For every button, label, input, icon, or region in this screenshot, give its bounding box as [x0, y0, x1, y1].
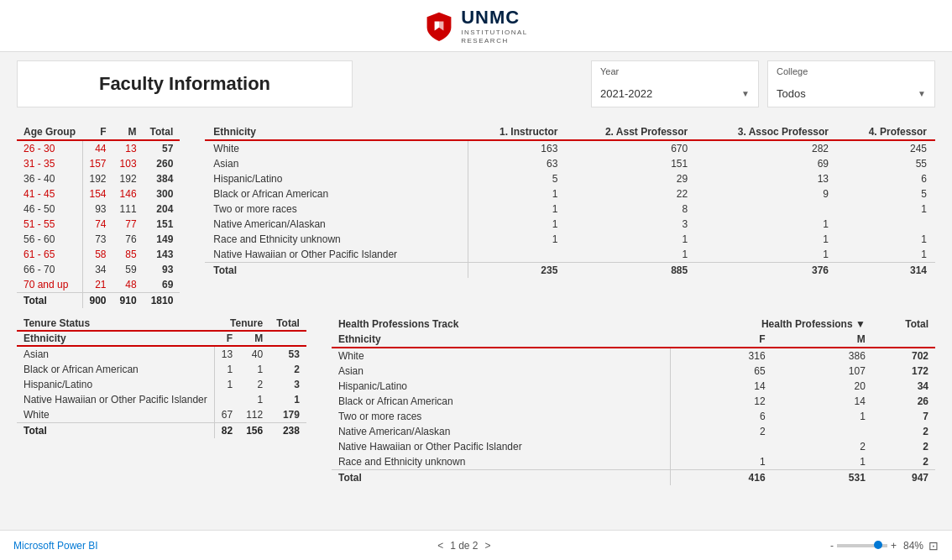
- eth-c2: 3: [566, 217, 696, 232]
- health-name: Race and Ethnicity unknown: [332, 454, 671, 470]
- tenure-total: 53: [269, 346, 306, 362]
- eth-c1: 63: [468, 156, 566, 171]
- health-m: 1: [772, 409, 872, 424]
- tenure-name: Hispanic/Latino: [17, 377, 214, 392]
- eth-total-c3: 376: [696, 263, 837, 279]
- eth-c1: [468, 247, 566, 263]
- table-row: Native American/Alaskan 1 3 1: [205, 217, 935, 232]
- health-m: 1: [772, 454, 872, 470]
- table-row: Race and Ethnicity unknown 1 1 2: [332, 454, 935, 470]
- unmc-shield-icon: [424, 11, 454, 41]
- tenure-status-header: Tenure Status: [17, 317, 214, 331]
- tenure-total: 2: [269, 362, 306, 377]
- age-f-header: F: [82, 124, 113, 140]
- eth-c4: [837, 217, 935, 232]
- health-total: 2: [872, 439, 935, 454]
- tenure-m: 2: [239, 377, 269, 392]
- college-filter[interactable]: College Todos ▼: [767, 60, 935, 107]
- table-row: White 316 386 702: [332, 348, 935, 364]
- power-bi-link[interactable]: Microsoft Power BI: [13, 540, 98, 552]
- age-f: 157: [82, 156, 113, 171]
- table-row: Asian 63 151 69 55: [205, 156, 935, 171]
- health-track-header: Health Professions Track: [332, 317, 671, 332]
- year-select[interactable]: 2021-2022 ▼: [600, 86, 750, 102]
- age-total-label: Total: [17, 293, 82, 309]
- health-m: 107: [772, 364, 872, 379]
- zoom-slider[interactable]: [837, 544, 887, 547]
- tenure-m: 40: [239, 346, 269, 362]
- health-total: 2: [872, 424, 935, 439]
- zoom-control: - + 84%: [830, 540, 923, 552]
- health-total-label: Total: [332, 470, 671, 486]
- tenure-name: Asian: [17, 346, 214, 362]
- college-select[interactable]: Todos ▼: [777, 86, 926, 102]
- age-f: 74: [82, 217, 113, 232]
- table-row: 70 and up 21 48 69: [17, 277, 180, 293]
- age-m: 103: [113, 156, 144, 171]
- health-f: 65: [671, 364, 772, 379]
- age-total-total: 1810: [144, 293, 180, 309]
- health-m: 14: [772, 394, 872, 409]
- tenure-name: Native Hawaiian or Other Pacific Islande…: [17, 392, 214, 407]
- prev-page-button[interactable]: <: [437, 540, 443, 552]
- table-row: Hispanic/Latino 14 20 34: [332, 379, 935, 394]
- table-row: 66 - 70 34 59 93: [17, 262, 180, 277]
- age-m: 77: [113, 217, 144, 232]
- eth-name: White: [205, 140, 468, 156]
- top-section: Faculty Information Year 2021-2022 ▼ Col…: [0, 52, 952, 116]
- table-row: Asian 65 107 172: [332, 364, 935, 379]
- table-row: White 163 670 282 245: [205, 140, 935, 156]
- health-m: 386: [772, 348, 872, 364]
- age-total-row: Total 900 910 1810: [17, 293, 180, 309]
- tenure-section: Tenure Status Tenure Total Ethnicity F M…: [17, 317, 306, 485]
- table-row: Native Hawaiian or Other Pacific Islande…: [17, 392, 306, 407]
- age-col-header: Age Group: [17, 124, 82, 140]
- fit-page-icon[interactable]: ⊡: [928, 539, 939, 552]
- eth-name: Hispanic/Latino: [205, 171, 468, 186]
- tenure-f: 1: [214, 362, 239, 377]
- eth-c1: 163: [468, 140, 566, 156]
- zoom-plus-button[interactable]: +: [891, 540, 897, 552]
- age-total: 260: [144, 156, 180, 171]
- zoom-minus-button[interactable]: -: [830, 540, 834, 552]
- age-total: 57: [144, 140, 180, 156]
- year-filter[interactable]: Year 2021-2022 ▼: [591, 60, 759, 107]
- age-total-m: 910: [113, 293, 144, 309]
- eth-name: Black or African American: [205, 186, 468, 201]
- health-total: 2: [872, 454, 935, 470]
- eth-c3: 1: [696, 232, 837, 247]
- table-row: 46 - 50 93 111 204: [17, 201, 180, 217]
- age-f: 154: [82, 186, 113, 201]
- age-total: 151: [144, 217, 180, 232]
- ethnicity-section: Ethnicity 1. Instructor 2. Asst Professo…: [205, 124, 935, 308]
- top-tables-row: Age Group F M Total 26 - 30 44 13 57 31 …: [17, 124, 935, 308]
- table-row: Native Hawaiian or Other Pacific Islande…: [205, 247, 935, 263]
- table-row: Hispanic/Latino 1 2 3: [17, 377, 306, 392]
- eth-total-c1: 235: [468, 263, 566, 279]
- table-row: 26 - 30 44 13 57: [17, 140, 180, 156]
- health-total: 172: [872, 364, 935, 379]
- eth-c4: 55: [837, 156, 935, 171]
- health-m-header: M: [772, 332, 872, 348]
- age-total: 93: [144, 262, 180, 277]
- health-eth-header: Ethnicity: [332, 332, 671, 348]
- year-chevron-icon: ▼: [741, 89, 750, 98]
- tenure-m-header: M: [239, 331, 269, 346]
- zoom-value: 84%: [903, 540, 923, 552]
- health-name: White: [332, 348, 671, 364]
- age-m-header: M: [113, 124, 144, 140]
- health-f: 6: [671, 409, 772, 424]
- health-f: 1: [671, 454, 772, 470]
- table-row: Black or African American 1 1 2: [17, 362, 306, 377]
- age-f: 192: [82, 171, 113, 186]
- age-group: 51 - 55: [17, 217, 82, 232]
- tenure-f-header: F: [214, 331, 239, 346]
- tenure-name: White: [17, 407, 214, 423]
- eth-c3: 69: [696, 156, 837, 171]
- table-row: Black or African American 1 22 9 5: [205, 186, 935, 201]
- college-chevron-icon: ▼: [918, 89, 926, 98]
- health-m: 2: [772, 439, 872, 454]
- eth-total-c2: 885: [566, 263, 696, 279]
- health-table: Health Professions Track Health Professi…: [332, 317, 935, 485]
- next-page-button[interactable]: >: [485, 540, 491, 552]
